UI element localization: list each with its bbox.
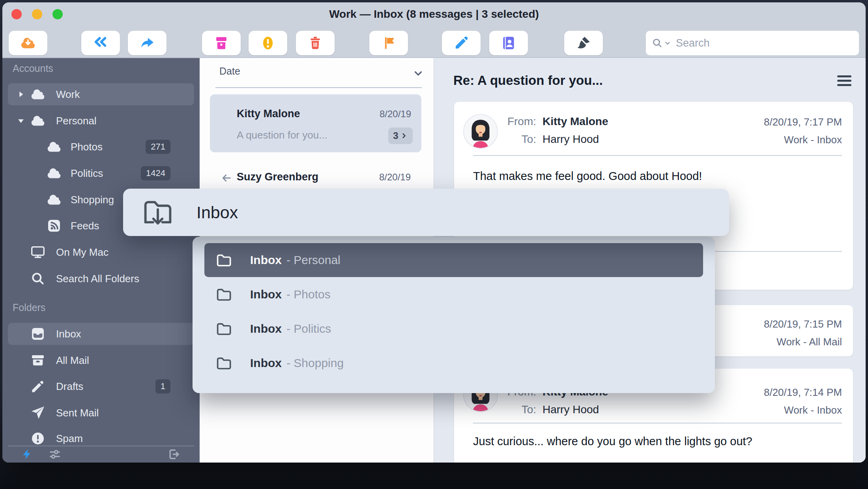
sidebar-item-label: Drafts [56,380,83,393]
sidebar-item-label: Work [56,88,80,101]
to-value: Harry Hood [542,133,599,146]
sort-chevron-icon[interactable] [412,67,424,81]
sliders-icon[interactable] [48,448,62,461]
sidebar-item-work[interactable]: Work [8,83,194,105]
sidebar-divider [8,446,194,446]
sidebar-item-label: Spam [56,433,83,445]
reply-all-button[interactable] [81,31,120,55]
compose-button[interactable] [442,31,481,55]
sidebar-item-drafts[interactable]: Drafts 1 [8,375,194,397]
message-datetime: 8/20/19, 7:17 PM [764,116,842,128]
thread-sender: Suzy Greenberg [237,171,318,183]
avatar [463,114,498,149]
popup-query-text[interactable]: Inbox [196,203,238,222]
sidebar-item-label: Politics [71,167,103,180]
to-label: To: [505,133,536,146]
lightning-icon[interactable] [21,448,34,461]
header-body-divider [473,423,842,423]
pencil-icon [30,378,46,394]
thread-item-selected[interactable]: Kitty Malone 8/20/19 A question for you.… [210,94,421,152]
sidebar-item-label: Shopping [71,194,114,206]
folder-result-name: Inbox [250,253,282,267]
unread-count-badge: 1424 [141,166,170,180]
thread-count-badge[interactable]: 3 [388,127,413,144]
folder-download-icon [140,196,176,229]
contacts-button[interactable] [489,31,528,55]
monitor-icon [30,244,46,260]
list-header-divider [215,87,422,88]
sidebar-item-label: Search All Folders [56,273,139,285]
toolbar [2,24,866,58]
flag-button[interactable] [369,31,408,55]
cloud-icon [46,139,62,155]
folder-result-name: Inbox [250,356,282,370]
sidebar-item-search-all-folders[interactable]: Search All Folders [8,268,194,290]
to-label: To: [505,403,536,416]
alert-icon [260,35,276,51]
folder-results-list: Inbox - Personal Inbox - Photos Inbox - … [193,237,715,393]
sidebar-item-all-mail[interactable]: All Mail [8,349,194,371]
thread-expand-icon [400,132,408,140]
message-body: That makes me feel good. Good about Hood… [473,170,702,183]
sidebar-item-personal[interactable]: Personal [8,110,194,132]
folder-result-name: Inbox [250,322,282,335]
thread-date: 8/20/19 [379,172,411,183]
alert-circle-icon [30,431,46,446]
menu-icon[interactable] [837,75,851,86]
disclosure-collapsed-icon[interactable] [16,89,26,99]
paper-plane-icon [30,405,46,421]
sidebar-item-label: All Mail [56,354,89,367]
folder-result-selected[interactable]: Inbox - Personal [204,243,703,277]
disclosure-expanded-icon[interactable] [16,116,26,126]
thread-count: 3 [393,130,398,141]
to-value: Harry Hood [542,403,599,416]
reply-all-icon [92,35,109,51]
sidebar-item-sent-mail[interactable]: Sent Mail [8,402,194,424]
search-field[interactable] [646,31,859,55]
sort-by-header[interactable]: Date [219,66,240,77]
cloud-icon [30,113,46,129]
sidebar-item-inbox[interactable]: Inbox [8,323,194,345]
replied-arrow-icon [220,172,233,186]
sidebar-item-label: Photos [71,141,103,153]
rss-icon [46,218,62,234]
cloud-icon [46,192,62,208]
magnifier-icon [30,271,46,287]
search-icon [651,37,663,49]
logout-icon[interactable] [167,448,181,461]
search-input[interactable] [676,37,826,49]
from-value: Kitty Malone [542,115,608,128]
message-body: Just curious... where do you go when the… [473,435,752,448]
archive-icon [213,35,230,51]
unread-count-badge: 271 [146,140,170,154]
sidebar-item-photos[interactable]: Photos 271 [8,136,194,158]
cloud-icon [46,165,62,181]
inbox-tray-icon [30,326,46,342]
flag-icon [380,35,397,51]
appearance-button[interactable] [564,31,603,55]
move-to-folder-popup[interactable]: Inbox [123,189,729,236]
forward-icon [139,35,155,51]
folder-result-account: - Politics [286,322,331,335]
accounts-section-label: Accounts [13,60,53,76]
cloud-download-icon [20,35,36,51]
message-subject: Re: A question for you... [453,73,603,88]
folder-result[interactable]: Inbox - Photos [204,277,703,311]
sidebar-item-label: Feeds [71,220,99,232]
download-button[interactable] [9,31,47,55]
message-folder: Work - All Mail [776,336,842,348]
message-folder: Work - Inbox [784,134,842,146]
folder-result-account: - Personal [286,253,340,267]
sidebar-item-politics[interactable]: Politics 1424 [8,162,194,184]
message-folder: Work - Inbox [784,404,842,416]
folder-result[interactable]: Inbox - Shopping [204,346,703,380]
report-spam-button[interactable] [249,31,287,55]
folder-result[interactable]: Inbox - Politics [204,312,703,346]
search-scope-chevron-icon [664,39,671,47]
forward-button[interactable] [128,31,166,55]
sidebar-item-on-my-mac[interactable]: On My Mac [8,241,194,263]
archive-button[interactable] [202,31,241,55]
folder-icon [215,252,231,268]
sidebar-item-label: Sent Mail [56,407,99,419]
trash-button[interactable] [296,31,335,55]
